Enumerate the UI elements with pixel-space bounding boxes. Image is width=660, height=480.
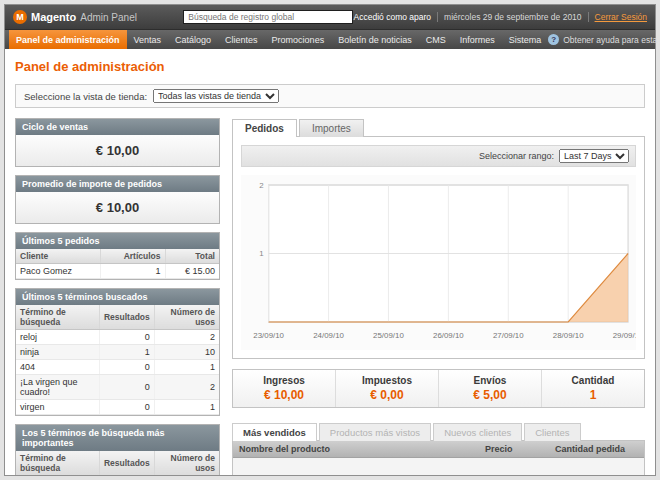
svg-text:2: 2 bbox=[259, 181, 264, 190]
col-header: Cliente bbox=[16, 249, 101, 264]
svg-text:27/09/10: 27/09/10 bbox=[493, 331, 524, 340]
nav-item-dashboard[interactable]: Panel de administración bbox=[9, 30, 127, 49]
col-header: Artículos bbox=[101, 249, 165, 264]
products-grid: Nombre del producto Precio Cantidad pedi… bbox=[232, 440, 645, 475]
tab-importes[interactable]: Importes bbox=[299, 119, 364, 137]
cell-customer: Paco Gomez bbox=[16, 264, 101, 279]
last-search-terms-card: Últimos 5 términos buscados Término de b… bbox=[15, 288, 220, 416]
col-header: Término de búsqueda bbox=[16, 451, 99, 475]
chart-panel: Seleccionar rango: Last 7 Days 23/09/102… bbox=[232, 136, 645, 359]
left-column: Ciclo de ventas € 10,00 Promedio de impo… bbox=[15, 118, 220, 475]
logo-suffix: Admin Panel bbox=[80, 12, 137, 23]
logo: M Magento Admin Panel bbox=[13, 10, 183, 24]
cell-uses: 1 bbox=[154, 360, 219, 375]
svg-text:28/09/10: 28/09/10 bbox=[553, 331, 584, 340]
totals-bar: Ingresos € 10,00 Impuestos € 0,00 Envíos… bbox=[232, 369, 645, 408]
header-user-info: Accedió como aparo miércoles 29 de septi… bbox=[354, 12, 647, 22]
stat-impuestos: Impuestos € 0,00 bbox=[335, 370, 438, 407]
cell-results: 1 bbox=[99, 345, 154, 360]
nav-item-ventas[interactable]: Ventas bbox=[127, 30, 169, 49]
top-search-terms-card: Los 5 términos de búsqueda más important… bbox=[15, 424, 220, 475]
stat-cantidad: Cantidad 1 bbox=[541, 370, 644, 407]
cell-results: 0 bbox=[99, 400, 154, 415]
nav-item-catalogo[interactable]: Catálogo bbox=[168, 30, 218, 49]
svg-text:1: 1 bbox=[259, 249, 264, 258]
cell-term: ninja bbox=[16, 345, 99, 360]
svg-text:29/09/10: 29/09/10 bbox=[613, 331, 636, 340]
cell-term: virgen bbox=[16, 400, 99, 415]
stat-label: Cantidad bbox=[544, 375, 642, 386]
cell-results: 0 bbox=[99, 375, 154, 400]
col-header-price: Precio bbox=[479, 441, 549, 457]
main-nav: Panel de administración Ventas Catálogo … bbox=[5, 29, 655, 49]
page-title: Panel de administración bbox=[15, 59, 645, 74]
store-view-switcher: Seleccione la vista de tienda: Todas las… bbox=[15, 84, 645, 108]
stat-ingresos: Ingresos € 10,00 bbox=[233, 370, 335, 407]
logged-in-as: Accedió como aparo bbox=[354, 12, 432, 22]
help-icon: ? bbox=[548, 34, 559, 45]
tab-clientes[interactable]: Clientes bbox=[524, 423, 580, 441]
table-row[interactable]: reloj 0 2 bbox=[16, 330, 219, 345]
nav-item-sistema[interactable]: Sistema bbox=[502, 30, 549, 49]
products-grid-empty: No se encontraron registros. bbox=[233, 458, 644, 475]
nav-item-cms[interactable]: CMS bbox=[419, 30, 453, 49]
stat-value: € 5,00 bbox=[441, 388, 539, 402]
tab-productos-mas-vistos[interactable]: Productos más vistos bbox=[319, 423, 431, 441]
products-grid-header: Nombre del producto Precio Cantidad pedi… bbox=[233, 441, 644, 458]
dashboard-columns: Ciclo de ventas € 10,00 Promedio de impo… bbox=[15, 118, 645, 475]
cell-term: reloj bbox=[16, 330, 99, 345]
cell-uses: 1 bbox=[154, 400, 219, 415]
global-search-input[interactable] bbox=[183, 10, 353, 24]
admin-window: M Magento Admin Panel Accedió como aparo… bbox=[4, 4, 656, 476]
cell-uses: 2 bbox=[154, 330, 219, 345]
nav-item-clientes[interactable]: Clientes bbox=[218, 30, 265, 49]
card-title: Los 5 términos de búsqueda más important… bbox=[16, 425, 219, 451]
top-search-terms-table: Término de búsqueda Resultados Número de… bbox=[16, 451, 219, 475]
cell-uses: 10 bbox=[154, 345, 219, 360]
card-title: Promedio de importe de pedidos bbox=[16, 176, 219, 192]
lifetime-sales-card: Ciclo de ventas € 10,00 bbox=[15, 118, 220, 167]
stat-value: € 10,00 bbox=[235, 388, 333, 402]
nav-item-promociones[interactable]: Promociones bbox=[265, 30, 332, 49]
help-label: Obtener ayuda para esta página bbox=[563, 35, 660, 45]
stat-label: Impuestos bbox=[338, 375, 436, 386]
range-selector-row: Seleccionar rango: Last 7 Days bbox=[241, 145, 636, 167]
table-row[interactable]: 404 0 1 bbox=[16, 360, 219, 375]
logout-link[interactable]: Cerrar Sesión bbox=[595, 12, 647, 22]
nav-item-boletin[interactable]: Boletín de noticias bbox=[331, 30, 419, 49]
cell-results: 0 bbox=[99, 330, 154, 345]
table-row[interactable]: Paco Gomez 1 € 15.00 bbox=[16, 264, 219, 279]
table-row[interactable]: virgen 0 1 bbox=[16, 400, 219, 415]
current-date: miércoles 29 de septiembre de 2010 bbox=[444, 12, 582, 22]
orders-chart-wrap: 23/09/1024/09/1025/09/1026/09/1027/09/10… bbox=[241, 175, 636, 350]
content-area: Panel de administración Seleccione la vi… bbox=[5, 49, 655, 475]
col-header: Resultados bbox=[99, 305, 154, 330]
col-header-qty: Cantidad pedida bbox=[549, 441, 644, 457]
svg-text:26/09/10: 26/09/10 bbox=[433, 331, 464, 340]
range-select[interactable]: Last 7 Days bbox=[559, 149, 629, 163]
table-row[interactable]: ninja 1 10 bbox=[16, 345, 219, 360]
svg-text:23/09/10: 23/09/10 bbox=[253, 331, 284, 340]
stat-value: € 0,00 bbox=[338, 388, 436, 402]
col-header-product: Nombre del producto bbox=[233, 441, 479, 457]
table-row[interactable]: ¡La virgen que cuadro! 0 2 bbox=[16, 375, 219, 400]
last-orders-card: Últimos 5 pedidos Cliente Artículos Tota… bbox=[15, 232, 220, 280]
stat-envios: Envíos € 5,00 bbox=[438, 370, 541, 407]
tab-pedidos[interactable]: Pedidos bbox=[232, 119, 297, 137]
help-link[interactable]: ? Obtener ayuda para esta página bbox=[548, 30, 660, 49]
svg-text:24/09/10: 24/09/10 bbox=[313, 331, 344, 340]
nav-item-informes[interactable]: Informes bbox=[453, 30, 502, 49]
right-column: Pedidos Importes Seleccionar rango: Last… bbox=[232, 118, 645, 475]
tab-nuevos-clientes[interactable]: Nuevos clientes bbox=[433, 423, 522, 441]
col-header: Número de usos bbox=[154, 451, 219, 475]
range-label: Seleccionar rango: bbox=[479, 151, 554, 161]
logo-text: Magento bbox=[31, 11, 76, 23]
orders-chart: 23/09/1024/09/1025/09/1026/09/1027/09/10… bbox=[241, 175, 636, 350]
chart-tabs: Pedidos Importes bbox=[232, 119, 645, 137]
tab-mas-vendidos[interactable]: Más vendidos bbox=[232, 423, 317, 441]
store-view-select[interactable]: Todas las vistas de tienda bbox=[153, 89, 279, 103]
card-title: Ciclo de ventas bbox=[16, 119, 219, 135]
stat-label: Ingresos bbox=[235, 375, 333, 386]
empty-records-message: No se encontraron registros. bbox=[233, 458, 644, 475]
top-header: M Magento Admin Panel Accedió como aparo… bbox=[5, 5, 655, 29]
